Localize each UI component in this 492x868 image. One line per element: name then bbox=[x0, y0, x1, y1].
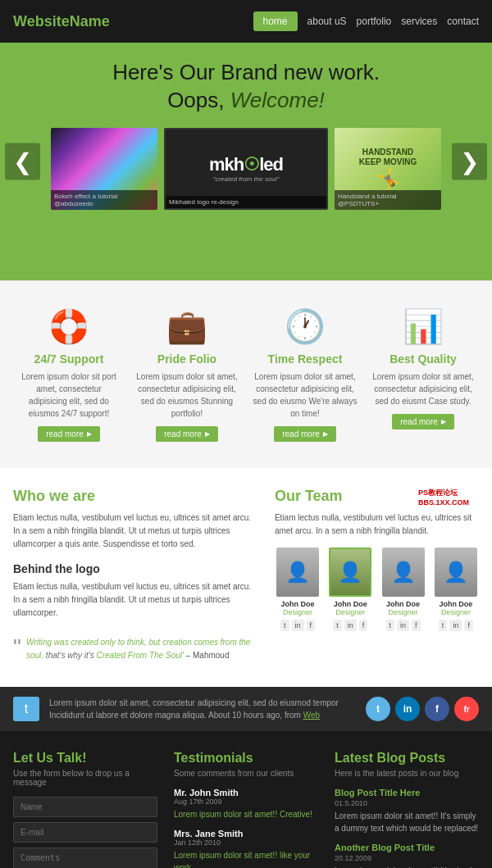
quote-block: " Writing was created only to think, but… bbox=[13, 631, 258, 667]
who-left: Who we are Etiam lectus nulla, vestibulu… bbox=[13, 488, 258, 667]
feature-time-button[interactable]: read more bbox=[274, 426, 336, 442]
twitter-link[interactable]: Web bbox=[303, 711, 320, 720]
blog-col: Latest Blog Posts Here is the latest pos… bbox=[335, 751, 479, 868]
member-2-name: John Doe bbox=[327, 600, 373, 608]
blog-title: Latest Blog Posts bbox=[335, 751, 479, 766]
twitter-social-icons: t in f fr bbox=[366, 697, 479, 721]
team-member-3: 👤 John Doe Designer t in f bbox=[380, 548, 426, 631]
blog-2-title[interactable]: Another Blog Post Title bbox=[335, 843, 479, 852]
avatar-1: 👤 bbox=[276, 548, 319, 597]
social-fr-icon[interactable]: fr bbox=[454, 697, 479, 721]
logo: WebsiteName bbox=[13, 13, 110, 30]
main-nav: home about uS portfolio services contact bbox=[253, 11, 480, 31]
nav-about[interactable]: about uS bbox=[308, 16, 347, 27]
member-4-role: Designer bbox=[433, 608, 479, 616]
blog-1-title[interactable]: Blog Post Title Here bbox=[335, 788, 479, 798]
avatar-3: 👤 bbox=[382, 548, 425, 597]
time-icon: 🕐 bbox=[253, 307, 358, 346]
linkedin-icon-4[interactable]: in bbox=[449, 620, 462, 631]
member-1-name: John Doe bbox=[275, 600, 321, 608]
slide-handstand[interactable]: HANDSTANDKEEP MOVING 🤸 Handstand a tutor… bbox=[335, 128, 441, 210]
feature-time-title: Time Respect bbox=[253, 352, 358, 366]
facebook-icon-1[interactable]: f bbox=[307, 620, 316, 631]
behind-title: Behind the logo bbox=[13, 562, 258, 575]
hero-prev-button[interactable]: ❮ bbox=[5, 143, 40, 180]
who-section: PS教程论坛 BBS.1XX.COM Who we are Etiam lect… bbox=[0, 468, 492, 687]
testimonial-1-text: Lorem ipsum dolor sit amet!! Creative! bbox=[174, 808, 318, 820]
support-icon: 🛟 bbox=[16, 307, 121, 346]
testimonial-2: Mrs. Jane Smith Jan 12th 2010 Lorem ipsu… bbox=[174, 829, 318, 868]
twitter-icon-4[interactable]: t bbox=[439, 620, 448, 631]
blog-entry-1: Blog Post Title Here 01.5.2010 Lorem ips… bbox=[335, 788, 479, 834]
linkedin-icon-3[interactable]: in bbox=[397, 620, 409, 631]
feature-support-title: 24/7 Support bbox=[16, 352, 121, 366]
nav-services[interactable]: services bbox=[401, 16, 437, 27]
member-2-role: Designer bbox=[327, 608, 373, 616]
slide-bokeh[interactable]: Bokeh effect a tutorial @abduzeedo bbox=[51, 128, 157, 210]
member-4-name: John Doe bbox=[433, 600, 479, 608]
who-text2: Etiam lectus nulla, vestibulum vel luctu… bbox=[13, 580, 258, 620]
feature-folio-button[interactable]: read more bbox=[156, 426, 218, 442]
social-twitter-icon[interactable]: t bbox=[366, 697, 390, 721]
linkedin-icon-2[interactable]: in bbox=[344, 620, 357, 631]
avatar-2: 👤 bbox=[329, 548, 371, 597]
team-cards: 👤 John Doe Designer t in f 👤 John Doe De… bbox=[275, 548, 479, 631]
name-input[interactable] bbox=[13, 797, 157, 817]
team-text: Etiam lectus nulla, vestibulum vel luctu… bbox=[275, 511, 479, 538]
avatar-4: 👤 bbox=[435, 548, 477, 597]
hero-section: Here's Our Brand new work. Oops, Welcome… bbox=[0, 43, 492, 280]
twitter-icon-3[interactable]: t bbox=[386, 620, 395, 631]
testimonials-title: Testimonials bbox=[174, 751, 318, 766]
linkedin-icon-1[interactable]: in bbox=[292, 620, 304, 631]
hero-slides: Bokeh effect a tutorial @abduzeedo mkh☉l… bbox=[0, 128, 492, 210]
slide-handstand-caption: Handstand a tutorial @PSDTUTS+ bbox=[335, 190, 441, 210]
who-text1: Etiam lectus nulla, vestibulum vel luctu… bbox=[13, 511, 258, 551]
team-member-4: 👤 John Doe Designer t in f bbox=[433, 548, 479, 631]
blog-subtitle: Here is the latest posts in our blog bbox=[335, 769, 479, 778]
feature-quality-button[interactable]: read more bbox=[392, 414, 454, 429]
feature-support-button[interactable]: read more bbox=[38, 426, 100, 442]
twitter-bar-icon: t bbox=[13, 697, 39, 721]
nav-contact[interactable]: contact bbox=[447, 16, 479, 27]
header: WebsiteName home about uS portfolio serv… bbox=[0, 0, 492, 43]
feature-time: 🕐 Time Respect Lorem ipsum dolor sit ame… bbox=[249, 301, 361, 448]
twitter-icon-2[interactable]: t bbox=[333, 620, 342, 631]
member-3-role: Designer bbox=[380, 608, 426, 616]
hero-next-button[interactable]: ❯ bbox=[452, 143, 487, 180]
bottom-section: Let Us Talk! Use the form below to drop … bbox=[0, 731, 492, 868]
feature-quality-text: Lorem ipsum dolor sit amet, consectetur … bbox=[371, 370, 476, 407]
twitter-bar: t Lorem ipsum dolor sit amet, consectetu… bbox=[0, 687, 492, 731]
slide-mkhaled[interactable]: mkh☉led "created from the soul" Mikhaled… bbox=[164, 128, 328, 210]
social-facebook-icon[interactable]: f bbox=[425, 697, 449, 721]
testimonial-1-date: Aug 17th 2009 bbox=[174, 798, 318, 806]
member-1-role: Designer bbox=[275, 608, 321, 616]
social-linkedin-icon[interactable]: in bbox=[395, 697, 420, 721]
feature-folio-title: Pride Folio bbox=[134, 352, 239, 366]
facebook-icon-4[interactable]: f bbox=[464, 620, 473, 631]
feature-support: 🛟 24/7 Support Lorem ipsum dolor sit por… bbox=[13, 301, 125, 448]
slide-mkhaled-caption: Mikhaled logo re-design bbox=[166, 196, 326, 208]
feature-quality: 📊 Best Quality Lorem ipsum dolor sit ame… bbox=[367, 301, 479, 448]
contact-title: Let Us Talk! bbox=[13, 751, 157, 766]
team-member-1: 👤 John Doe Designer t in f bbox=[275, 548, 321, 631]
member-3-social: t in f bbox=[380, 620, 426, 631]
blog-2-text: Lorem ipsum dolor sit amet!! It's simply… bbox=[335, 865, 479, 868]
features-section: 🛟 24/7 Support Lorem ipsum dolor sit por… bbox=[0, 280, 492, 468]
nav-home[interactable]: home bbox=[253, 11, 298, 31]
member-4-social: t in f bbox=[433, 620, 479, 631]
feature-folio-text: Lorem ipsum dolor sit amet, consectetur … bbox=[134, 370, 239, 420]
comments-input[interactable] bbox=[13, 848, 157, 868]
contact-subtitle: Use the form below to drop us a message bbox=[13, 769, 157, 787]
nav-portfolio[interactable]: portfolio bbox=[357, 16, 392, 27]
facebook-icon-3[interactable]: f bbox=[412, 620, 421, 631]
blog-entry-2: Another Blog Post Title 20.12.2009 Lorem… bbox=[335, 843, 479, 868]
testimonial-2-text: Lorem ipsum dolor sit amet!! like your w… bbox=[174, 849, 318, 868]
hero-text: Here's Our Brand new work. Oops, Welcome… bbox=[0, 59, 492, 128]
twitter-icon-1[interactable]: t bbox=[280, 620, 289, 631]
email-input[interactable] bbox=[13, 822, 157, 843]
feature-folio: 💼 Pride Folio Lorem ipsum dolor sit amet… bbox=[131, 301, 243, 448]
quote-text: Writing was created only to think, but c… bbox=[26, 638, 250, 660]
testimonials-subtitle: Some comments from our clients bbox=[174, 769, 318, 778]
watermark: PS教程论坛 BBS.1XX.COM bbox=[412, 484, 476, 510]
facebook-icon-2[interactable]: f bbox=[359, 620, 368, 631]
